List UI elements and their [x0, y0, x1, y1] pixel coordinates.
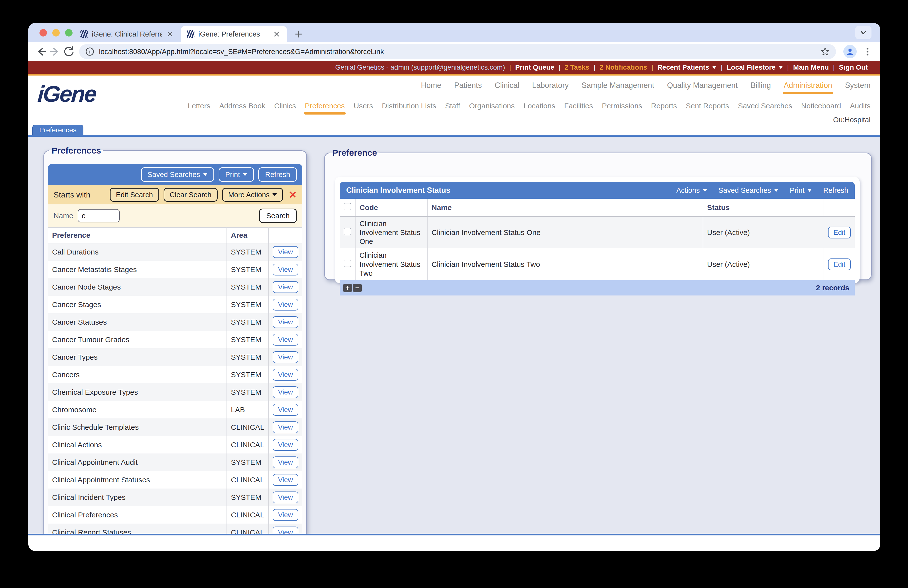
refresh-action[interactable]: Refresh — [823, 186, 848, 195]
view-button[interactable]: View — [273, 404, 298, 416]
fullscreen-window-button[interactable] — [65, 29, 72, 37]
actions-menu[interactable]: Actions — [676, 186, 707, 195]
browser-profile-avatar[interactable] — [844, 45, 856, 58]
back-button[interactable] — [34, 45, 48, 58]
organisation-unit: Ou:Hospital — [179, 116, 871, 124]
more-actions-button[interactable]: More Actions — [222, 188, 283, 202]
view-button[interactable]: View — [273, 439, 298, 451]
topbar-item-local-filestore[interactable]: Local Filestore — [723, 63, 787, 71]
topbar-item-main-menu[interactable]: Main Menu — [789, 63, 833, 71]
browser-toolbar: localhost:8080/App/App.html?locale=sv_SE… — [28, 42, 881, 61]
main-nav-sample-management[interactable]: Sample Management — [581, 81, 654, 90]
topbar-item-recent-patients[interactable]: Recent Patients — [653, 63, 721, 71]
forward-button[interactable] — [48, 45, 62, 58]
main-nav-system[interactable]: System — [845, 81, 871, 90]
browser-menu-icon[interactable] — [861, 45, 874, 58]
sub-nav-address-book[interactable]: Address Book — [219, 102, 265, 110]
reload-button[interactable] — [62, 45, 76, 58]
sub-nav-staff[interactable]: Staff — [445, 102, 460, 110]
print-menu[interactable]: Print — [790, 186, 812, 195]
view-button[interactable]: View — [273, 369, 298, 381]
main-nav-administration[interactable]: Administration — [784, 81, 832, 90]
search-submit-button[interactable]: Search — [259, 209, 297, 223]
dropdown-caret-icon — [778, 66, 783, 69]
main-nav-patients[interactable]: Patients — [454, 81, 482, 90]
view-button[interactable]: View — [273, 264, 298, 275]
sub-nav-sent-reports[interactable]: Sent Reports — [686, 102, 729, 110]
view-button[interactable]: View — [273, 246, 298, 258]
refresh-button[interactable]: Refresh — [258, 168, 297, 182]
url-address-bar[interactable]: localhost:8080/App/App.html?locale=sv_SE… — [79, 44, 836, 59]
add-record-button[interactable]: + — [343, 284, 352, 292]
edit-button[interactable]: Edit — [828, 258, 851, 270]
sub-nav-audits[interactable]: Audits — [850, 102, 871, 110]
view-button[interactable]: View — [273, 299, 298, 311]
print-button[interactable]: Print — [219, 168, 254, 182]
sub-nav-clinics[interactable]: Clinics — [274, 102, 296, 110]
edit-search-button[interactable]: Edit Search — [110, 188, 159, 202]
row-checkbox[interactable] — [344, 228, 351, 235]
sub-nav-users[interactable]: Users — [354, 102, 373, 110]
topbar-item-print-queue[interactable]: Print Queue — [511, 63, 559, 71]
view-button[interactable]: View — [273, 281, 298, 293]
topbar-item-2-notifications[interactable]: 2 Notifications — [596, 63, 651, 71]
view-button[interactable]: View — [273, 316, 298, 328]
sub-nav-organisations[interactable]: Organisations — [469, 102, 515, 110]
view-button[interactable]: View — [273, 527, 298, 536]
saved-searches-button[interactable]: Saved Searches — [141, 168, 214, 182]
sub-nav-letters[interactable]: Letters — [188, 102, 211, 110]
sub-nav-permissions[interactable]: Permissions — [602, 102, 642, 110]
tab-close-icon[interactable] — [272, 30, 281, 38]
edit-button[interactable]: Edit — [828, 227, 851, 238]
main-nav-quality-management[interactable]: Quality Management — [667, 81, 737, 90]
view-button[interactable]: View — [273, 334, 298, 346]
minimize-window-button[interactable] — [52, 29, 60, 37]
row-checkbox[interactable] — [344, 260, 351, 267]
bookmark-star-icon[interactable] — [820, 47, 830, 56]
topbar-item-label: Genial Genetics - admin (support@genialg… — [335, 63, 505, 71]
igene-logo: iGene — [37, 81, 97, 107]
view-button[interactable]: View — [273, 351, 298, 363]
table-row: Clinical Appointment AuditSYSTEMView — [48, 453, 302, 471]
tab-close-icon[interactable] — [166, 30, 174, 38]
close-window-button[interactable] — [39, 29, 47, 37]
table-row: Clinician Involvement Status OneClinicia… — [340, 216, 855, 248]
browser-tab-clinical-referral[interactable]: iGene: Clinical Referral — [74, 26, 180, 42]
clear-search-button[interactable]: Clear Search — [164, 188, 217, 202]
view-button[interactable]: View — [273, 456, 298, 468]
topbar-item-sign-out[interactable]: Sign Out — [835, 63, 872, 71]
preferences-page-tab[interactable]: Preferences — [32, 125, 84, 135]
saved-searches-menu[interactable]: Saved Searches — [718, 186, 778, 195]
sub-nav-facilities[interactable]: Facilities — [564, 102, 593, 110]
close-search-icon[interactable]: ✕ — [288, 190, 297, 200]
sub-nav-distribution-lists[interactable]: Distribution Lists — [382, 102, 436, 110]
view-button[interactable]: View — [273, 386, 298, 398]
main-nav-laboratory[interactable]: Laboratory — [532, 81, 569, 90]
main-nav-clinical[interactable]: Clinical — [495, 81, 519, 90]
igene-favicon-icon — [187, 31, 195, 38]
remove-record-button[interactable]: − — [353, 284, 362, 292]
view-button[interactable]: View — [273, 474, 298, 486]
site-info-icon[interactable] — [85, 47, 95, 56]
sub-nav-locations[interactable]: Locations — [523, 102, 555, 110]
name-search-input[interactable] — [78, 209, 120, 222]
sub-nav-noticeboard[interactable]: Noticeboard — [801, 102, 841, 110]
browser-tab-preferences[interactable]: iGene: Preferences — [180, 26, 287, 42]
sub-nav-reports[interactable]: Reports — [651, 102, 677, 110]
view-button[interactable]: View — [273, 421, 298, 433]
topbar-item-2-tasks[interactable]: 2 Tasks — [560, 63, 594, 71]
main-nav-home[interactable]: Home — [421, 81, 441, 90]
select-all-checkbox[interactable] — [344, 203, 351, 210]
actions-cell: View — [269, 401, 302, 419]
sub-nav-preferences[interactable]: Preferences — [305, 102, 345, 110]
column-header-name: Name — [427, 199, 703, 216]
ou-hospital-link[interactable]: Hospital — [845, 116, 871, 124]
view-button[interactable]: View — [273, 491, 298, 503]
topbar-separator: | — [594, 63, 596, 71]
tab-search-chevron-button[interactable] — [855, 26, 871, 39]
sub-nav-saved-searches[interactable]: Saved Searches — [738, 102, 792, 110]
new-tab-button[interactable] — [291, 27, 306, 41]
main-nav-billing[interactable]: Billing — [750, 81, 771, 90]
table-row: Clinical Appointment StatusesCLINICALVie… — [48, 471, 302, 488]
view-button[interactable]: View — [273, 509, 298, 521]
